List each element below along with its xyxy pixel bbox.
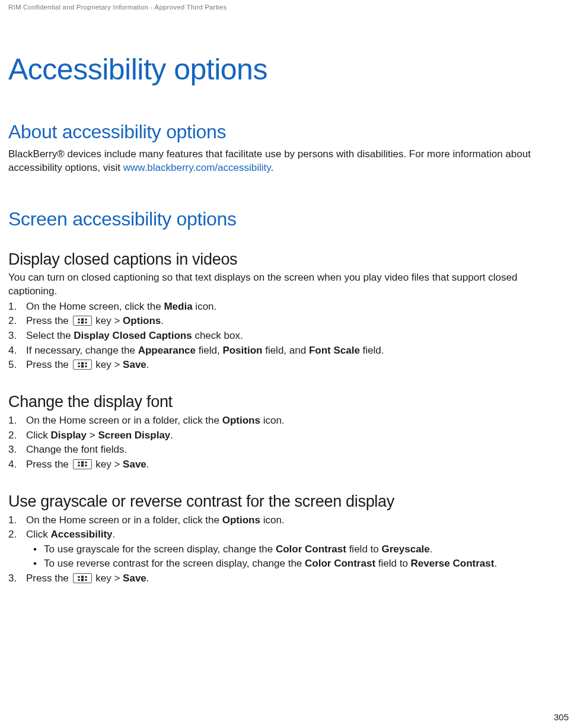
menu-key-icon xyxy=(73,360,92,370)
list-item: Press the key > Save. xyxy=(8,457,569,472)
display-font-steps: On the Home screen or in a folder, click… xyxy=(8,414,569,472)
grayscale-bullets: To use grayscale for the screen display,… xyxy=(32,542,569,571)
list-item: Press the key > Save. xyxy=(8,358,569,373)
accessibility-link[interactable]: www.blackberry.com/accessibility xyxy=(123,162,271,173)
list-item: Click Display > Screen Display. xyxy=(8,428,569,443)
section-about-heading: About accessibility options xyxy=(8,121,569,143)
grayscale-steps: On the Home screen or in a folder, click… xyxy=(8,513,569,586)
menu-key-icon xyxy=(73,573,92,583)
list-item: On the Home screen or in a folder, click… xyxy=(8,513,569,528)
list-item: Press the key > Save. xyxy=(8,571,569,586)
list-item: To use reverse contrast for the screen d… xyxy=(32,557,569,571)
list-item: On the Home screen or in a folder, click… xyxy=(8,414,569,428)
list-item: On the Home screen, click the Media icon… xyxy=(8,300,569,314)
display-font-heading: Change the display font xyxy=(8,393,569,411)
about-paragraph: BlackBerry® devices include many feature… xyxy=(8,148,569,175)
menu-key-icon xyxy=(73,459,92,469)
list-item: Press the key > Options. xyxy=(8,314,569,329)
list-item: Change the font fields. xyxy=(8,443,569,457)
page-number: 305 xyxy=(554,712,569,722)
section-screen-heading: Screen accessibility options xyxy=(8,208,569,230)
list-item: Select the Display Closed Captions check… xyxy=(8,329,569,344)
about-text-after: . xyxy=(270,162,273,173)
closed-captions-intro: You can turn on closed captioning so tha… xyxy=(8,271,569,298)
confidential-header: RIM Confidential and Proprietary Informa… xyxy=(8,4,569,11)
closed-captions-steps: On the Home screen, click the Media icon… xyxy=(8,300,569,373)
chapter-title: Accessibility options xyxy=(8,52,569,87)
menu-key-icon xyxy=(73,316,92,326)
list-item: To use grayscale for the screen display,… xyxy=(32,542,569,557)
list-item: If necessary, change the Appearance fiel… xyxy=(8,344,569,358)
closed-captions-heading: Display closed captions in videos xyxy=(8,250,569,269)
grayscale-heading: Use grayscale or reverse contrast for th… xyxy=(8,492,569,511)
list-item: Click Accessibility. To use grayscale fo… xyxy=(8,527,569,571)
